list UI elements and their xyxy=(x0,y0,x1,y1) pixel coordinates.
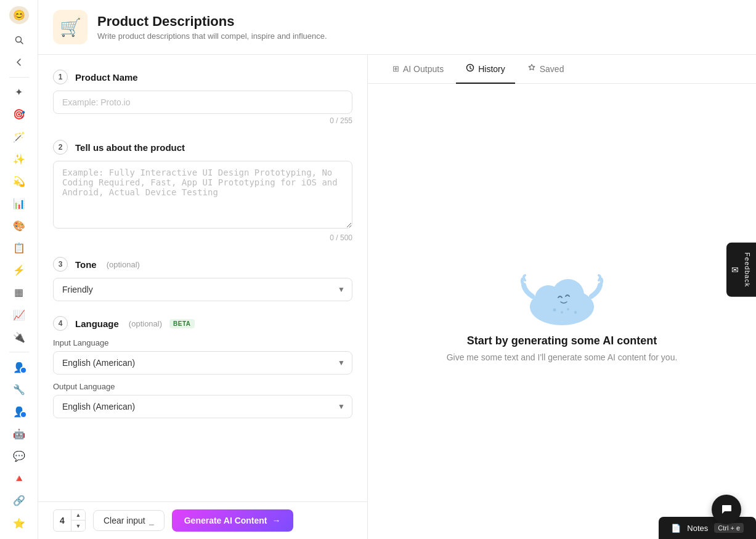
chat-button[interactable] xyxy=(712,495,741,524)
sidebar-item-targeting[interactable]: 🎯 xyxy=(8,105,30,124)
page-title: Product Descriptions xyxy=(97,14,327,30)
product-about-textarea[interactable] xyxy=(53,161,352,229)
ai-outputs-icon: ⊞ xyxy=(392,64,399,73)
back-icon[interactable] xyxy=(8,52,30,72)
form-area: 1 Product Name 0 / 255 2 Tell us about t… xyxy=(38,55,367,501)
user-avatar[interactable]: 😊 xyxy=(9,6,29,24)
sidebar-item-design[interactable]: 🎨 xyxy=(8,216,30,235)
generate-button[interactable]: Generate AI Content → xyxy=(172,509,293,532)
section-product-about: 2 Tell us about the product 0 / 500 xyxy=(53,140,352,242)
page-subtitle: Write product descriptions that will com… xyxy=(97,31,327,41)
output-language-wrapper: English (American) English (British) Spa… xyxy=(53,395,352,418)
empty-state: Start by generating some AI content Give… xyxy=(368,84,756,539)
step-4-number: 4 xyxy=(53,316,68,331)
input-language-wrapper: English (American) English (British) Spa… xyxy=(53,351,352,375)
sidebar-item-wand[interactable]: 🪄 xyxy=(8,127,30,147)
credits-arrows: ▲ ▼ xyxy=(71,510,85,531)
tab-saved[interactable]: Saved xyxy=(518,55,574,84)
generate-arrow-icon: → xyxy=(272,516,281,525)
sidebar-item-facebook-1[interactable]: 👤 xyxy=(8,357,30,377)
credits-value: 4 xyxy=(54,516,71,525)
section-tone: 3 Tone (optional) Friendly Professional … xyxy=(53,257,352,301)
sidebar-item-star[interactable]: ⭐ xyxy=(8,513,30,533)
bottom-bar: 4 ▲ ▼ Clear input ⎯ Generate AI Content … xyxy=(38,501,367,539)
step-1-number: 1 xyxy=(53,70,68,84)
svg-point-7 xyxy=(561,311,563,314)
sidebar-item-grid[interactable]: ▦ xyxy=(8,283,30,302)
product-about-char-count: 0 / 500 xyxy=(53,233,352,242)
output-language-select[interactable]: English (American) English (British) Spa… xyxy=(53,395,352,418)
tab-ai-outputs-label: AI Outputs xyxy=(403,64,444,74)
generate-label: Generate AI Content xyxy=(184,516,267,525)
header-icon: 🛒 xyxy=(53,10,87,44)
section-2-header: 2 Tell us about the product xyxy=(53,140,352,155)
notes-label: Notes xyxy=(687,524,708,533)
sidebar-item-plugin[interactable]: 🔌 xyxy=(8,327,30,347)
empty-state-title: Start by generating some AI content xyxy=(467,334,657,347)
search-icon[interactable] xyxy=(8,30,30,50)
svg-point-6 xyxy=(553,309,556,312)
sidebar-item-linkedin[interactable]: 🔗 xyxy=(8,491,30,511)
output-language-label: Output Language xyxy=(53,382,352,391)
input-language-select[interactable]: English (American) English (British) Spa… xyxy=(53,351,352,375)
history-icon xyxy=(466,63,474,74)
section-3-header: 3 Tone (optional) xyxy=(53,257,352,272)
page-header: 🛒 Product Descriptions Write product des… xyxy=(38,0,756,55)
credits-counter: 4 ▲ ▼ xyxy=(53,509,86,532)
tab-saved-label: Saved xyxy=(540,64,564,74)
sidebar-item-analytics[interactable]: 📊 xyxy=(8,193,30,213)
clear-input-button[interactable]: Clear input ⎯ xyxy=(93,510,165,531)
feedback-mail-icon: ✉ xyxy=(731,265,739,275)
section-1-header: 1 Product Name xyxy=(53,70,352,84)
tab-history[interactable]: History xyxy=(456,55,515,84)
saved-icon xyxy=(527,63,536,74)
input-language-label: Input Language xyxy=(53,338,352,347)
notes-shortcut: Ctrl + e xyxy=(714,523,744,533)
svg-point-9 xyxy=(574,311,577,314)
section-language: 4 Language (optional) BETA Input Languag… xyxy=(53,316,352,418)
feedback-label: Feedback xyxy=(744,252,751,286)
feedback-panel[interactable]: Feedback ✉ xyxy=(726,242,756,296)
section-3-label: Tone xyxy=(75,259,97,270)
tone-select[interactable]: Friendly Professional Casual Formal Humo… xyxy=(53,278,352,301)
notes-icon: 📄 xyxy=(671,524,681,533)
sidebar-item-clipboard[interactable]: 📋 xyxy=(8,238,30,258)
sidebar: 😊 ✦ 🎯 🪄 ✨ 💫 📊 🎨 📋 ⚡ ▦ 📈 🔌 👤 🔧 👤 🤖 💬 🔺 🔗 … xyxy=(0,0,38,539)
sidebar-item-chart[interactable]: 📈 xyxy=(8,305,30,325)
empty-state-subtitle: Give me some text and I'll generate some… xyxy=(447,352,678,362)
sidebar-item-sparkles[interactable]: ✨ xyxy=(8,149,30,169)
section-1-label: Product Name xyxy=(75,72,138,83)
section-2-label: Tell us about the product xyxy=(75,142,185,153)
sidebar-item-robot[interactable]: 🤖 xyxy=(8,424,30,444)
product-name-input[interactable] xyxy=(53,91,352,114)
credits-up-button[interactable]: ▲ xyxy=(71,510,85,521)
left-panel: 1 Product Name 0 / 255 2 Tell us about t… xyxy=(38,55,368,539)
svg-line-1 xyxy=(20,41,23,44)
svg-point-8 xyxy=(567,308,569,310)
right-panel: ⊞ AI Outputs History xyxy=(368,55,756,539)
sidebar-item-tool[interactable]: 🔧 xyxy=(8,379,30,399)
sidebar-item-message[interactable]: 💬 xyxy=(8,447,30,466)
clear-icon: ⎯ xyxy=(149,516,154,525)
tab-ai-outputs[interactable]: ⊞ AI Outputs xyxy=(383,55,453,84)
header-text: Product Descriptions Write product descr… xyxy=(97,14,327,41)
main-content: 🛒 Product Descriptions Write product des… xyxy=(38,0,756,539)
sidebar-item-triangle[interactable]: 🔺 xyxy=(8,469,30,488)
step-3-number: 3 xyxy=(53,257,68,272)
sidebar-divider-2 xyxy=(9,352,29,352)
notes-bar[interactable]: 📄 Notes Ctrl + e xyxy=(659,517,756,539)
sidebar-item-facebook-2[interactable]: 👤 xyxy=(8,402,30,421)
sidebar-divider-1 xyxy=(9,77,29,78)
clear-label: Clear input xyxy=(104,516,145,525)
empty-state-cloud-illustration xyxy=(506,261,617,334)
beta-badge: BETA xyxy=(169,319,194,328)
sidebar-item-effects[interactable]: 💫 xyxy=(8,171,30,191)
step-2-number: 2 xyxy=(53,140,68,155)
sidebar-item-lightning[interactable]: ⚡ xyxy=(8,261,30,280)
section-4-header: 4 Language (optional) BETA xyxy=(53,316,352,331)
sidebar-item-magic[interactable]: ✦ xyxy=(8,83,30,102)
tab-history-label: History xyxy=(478,64,505,74)
tone-select-wrapper: Friendly Professional Casual Formal Humo… xyxy=(53,278,352,301)
credits-down-button[interactable]: ▼ xyxy=(71,521,85,531)
language-optional-label: (optional) xyxy=(129,319,162,328)
